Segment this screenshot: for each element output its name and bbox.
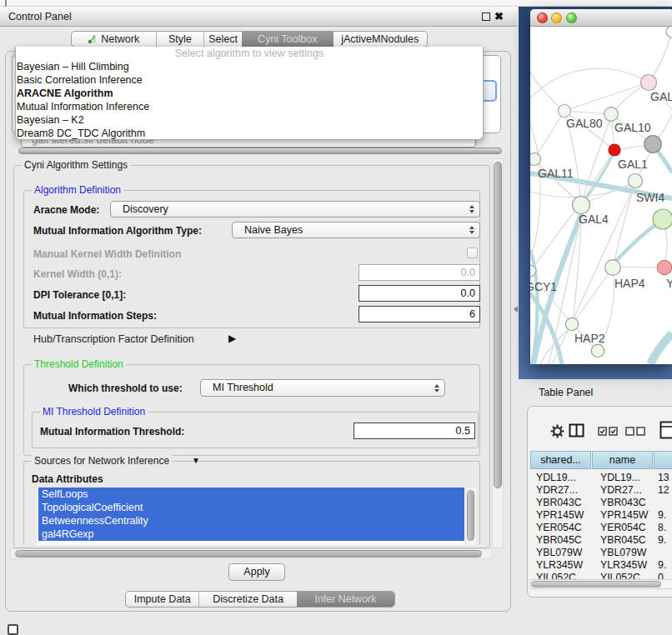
tab-discretize-data[interactable]: Discretize Data bbox=[198, 592, 296, 607]
table-row[interactable]: YDL19...YDL19...13 bbox=[530, 472, 672, 484]
algorithm-option[interactable]: Bayesian – K2 bbox=[16, 113, 483, 127]
table-row[interactable]: YLR345WYLR345W9. bbox=[530, 559, 672, 572]
table-cell: YBL079W bbox=[530, 547, 594, 559]
algorithm-option[interactable]: Basic Correlation Inference bbox=[16, 73, 483, 87]
network-edge bbox=[534, 111, 564, 159]
tab-impute-data[interactable]: Impute Data bbox=[126, 592, 198, 607]
select-all-checkboxes-icon[interactable] bbox=[598, 427, 619, 436]
manual-kernel-checkbox[interactable] bbox=[467, 248, 478, 258]
network-tab-icon bbox=[88, 34, 98, 44]
network-window-titlebar[interactable] bbox=[530, 9, 672, 27]
columns-icon[interactable] bbox=[569, 423, 585, 438]
table-cell: YBR045C bbox=[530, 534, 594, 547]
bottom-tabs: Impute Data Discretize Data Infer Networ… bbox=[125, 591, 395, 608]
tab-infer-network[interactable]: Infer Network bbox=[297, 592, 394, 607]
which-threshold-value: MI Threshold bbox=[213, 382, 273, 393]
table-row[interactable]: YBR043CYBR043C bbox=[530, 497, 672, 509]
network-node[interactable] bbox=[591, 344, 604, 357]
table-cell: 9. bbox=[654, 534, 672, 547]
network-node[interactable] bbox=[559, 105, 571, 118]
table-cell: 13 bbox=[654, 472, 672, 484]
table-header: shared... name bbox=[530, 451, 672, 469]
apply-button[interactable]: Apply bbox=[228, 563, 285, 581]
network-canvas[interactable]: GAL7GAL80GAL10GAL1GAL11SWI4GAL4GCY1HAP4Y… bbox=[530, 27, 672, 364]
network-node[interactable] bbox=[653, 209, 672, 229]
table-row[interactable]: YPR145WYPR145W9. bbox=[530, 509, 672, 522]
network-node[interactable] bbox=[657, 260, 671, 274]
tab-select[interactable]: Select bbox=[203, 32, 242, 47]
aracne-mode-combo[interactable]: Discovery bbox=[110, 201, 480, 218]
attribute-item[interactable]: gal4RGexp bbox=[38, 528, 464, 541]
network-node-label: SWI4 bbox=[636, 191, 664, 204]
algorithm-option-selected[interactable]: ARACNE Algorithm bbox=[16, 87, 483, 100]
network-node-label: HAP4 bbox=[614, 277, 645, 290]
minimize-traffic-light[interactable] bbox=[551, 12, 562, 23]
tab-jactivemnodules[interactable]: jActiveMNodules bbox=[333, 32, 427, 47]
zoom-traffic-light[interactable] bbox=[566, 12, 577, 23]
column-header[interactable] bbox=[654, 451, 672, 469]
table-row[interactable]: YDR27...YDR27...12 bbox=[530, 484, 672, 497]
network-node[interactable] bbox=[641, 75, 657, 91]
table-hscrollbar-thumb[interactable] bbox=[531, 581, 661, 588]
sources-collapse-arrow-icon[interactable]: ▼ bbox=[192, 456, 200, 465]
float-button[interactable] bbox=[482, 12, 490, 21]
network-node[interactable] bbox=[530, 153, 541, 166]
attribute-item[interactable]: TopologicalCoefficient bbox=[38, 501, 464, 514]
close-traffic-light[interactable] bbox=[537, 12, 548, 23]
restore-panel-icon[interactable] bbox=[8, 624, 18, 635]
hub-definition-label[interactable]: Hub/Transcription Factor Definition bbox=[33, 333, 194, 345]
column-header[interactable]: shared... bbox=[530, 451, 591, 469]
mi-type-label: Mutual Information Algorithm Type: bbox=[33, 225, 202, 237]
algorithm-option[interactable]: Bayesian – Hill Climbing bbox=[16, 60, 483, 73]
table-row[interactable]: YBR045CYBR045C9. bbox=[530, 534, 672, 547]
settings-vscrollbar-thumb[interactable] bbox=[494, 162, 502, 488]
kernel-width-input[interactable]: 0.0 bbox=[359, 264, 480, 281]
network-panel: GAL7GAL80GAL10GAL1GAL11SWI4GAL4GCY1HAP4Y… bbox=[519, 7, 672, 379]
which-threshold-combo[interactable]: MI Threshold bbox=[200, 379, 445, 397]
attributes-scrollbar-thumb[interactable] bbox=[467, 490, 474, 541]
close-button[interactable]: ✖ bbox=[494, 10, 504, 22]
network-node[interactable] bbox=[605, 260, 621, 276]
algorithm-option[interactable]: Mutual Information Inference bbox=[16, 100, 483, 113]
network-node[interactable] bbox=[604, 108, 619, 122]
algorithm-option[interactable]: Dream8 DC_TDC Algorithm bbox=[16, 127, 483, 140]
network-node[interactable] bbox=[565, 318, 578, 330]
table-cell: YLR345W bbox=[530, 559, 594, 572]
mi-steps-input[interactable]: 6 bbox=[359, 306, 480, 322]
table-document-icon[interactable] bbox=[659, 421, 672, 439]
combo-arrows-icon bbox=[434, 384, 439, 392]
mi-type-combo[interactable]: Naive Bayes bbox=[232, 222, 480, 238]
tab-style[interactable]: Style bbox=[156, 32, 204, 47]
attribute-item[interactable]: BetweennessCentrality bbox=[38, 514, 464, 528]
network-node-label: GAL1 bbox=[618, 158, 648, 171]
mi-threshold-title: MI Threshold Definition bbox=[40, 406, 148, 418]
network-node[interactable] bbox=[629, 174, 643, 188]
table-body: YDL19...YDL19...13YDR27...YDR27...12YBR0… bbox=[530, 472, 672, 584]
combo-arrows-icon bbox=[469, 226, 474, 234]
table-row[interactable]: YER054CYER054C8. bbox=[530, 522, 672, 534]
deselect-all-checkboxes-icon[interactable] bbox=[625, 427, 647, 436]
network-node[interactable] bbox=[666, 27, 672, 38]
aracne-mode-label: Aracne Mode: bbox=[33, 204, 99, 216]
network-node-label: GAL4 bbox=[579, 212, 609, 226]
dpi-tolerance-input[interactable]: 0.0 bbox=[359, 285, 480, 302]
hub-expand-arrow-icon[interactable]: ▶ bbox=[228, 332, 236, 344]
mi-threshold-input[interactable]: 0.5 bbox=[354, 422, 475, 439]
table-cell: YBR043C bbox=[594, 497, 654, 509]
tab-network[interactable]: Network bbox=[72, 32, 156, 47]
sources-title: Sources for Network Inference bbox=[32, 455, 172, 467]
network-node-label: GAL10 bbox=[614, 121, 651, 134]
network-node[interactable] bbox=[609, 144, 620, 156]
attribute-item[interactable]: SelfLoops bbox=[38, 488, 464, 501]
tab-cyni-toolbox[interactable]: Cyni Toolbox bbox=[242, 32, 333, 47]
column-header[interactable]: name bbox=[592, 451, 653, 469]
split-pane-collapse-arrow[interactable] bbox=[514, 306, 518, 312]
data-attributes-label: Data Attributes bbox=[32, 473, 103, 485]
settings-hscrollbar-thumb[interactable] bbox=[15, 550, 482, 558]
gear-icon[interactable] bbox=[549, 423, 565, 439]
table-cell: YDR27... bbox=[530, 484, 594, 497]
table-cell: YER054C bbox=[530, 522, 594, 534]
network-node[interactable] bbox=[573, 197, 590, 214]
table-row[interactable]: YBL079WYBL079W bbox=[530, 547, 672, 559]
network-node[interactable] bbox=[644, 136, 662, 153]
